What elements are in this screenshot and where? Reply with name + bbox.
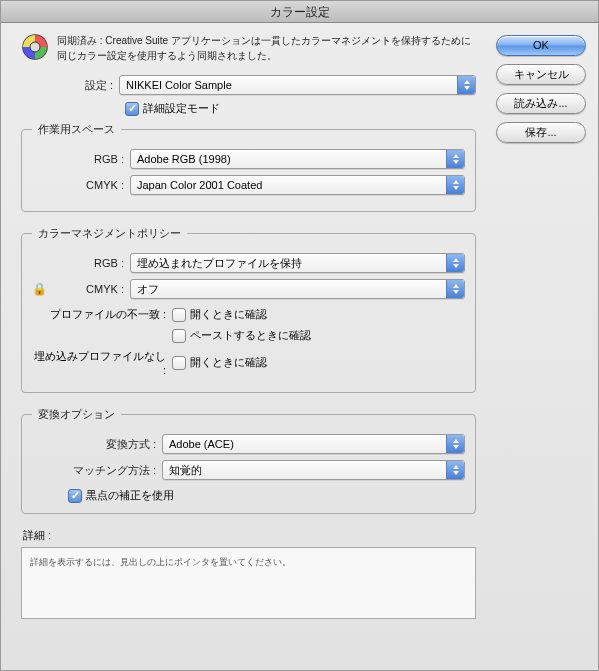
policy-cmyk-label: CMYK : <box>46 283 130 295</box>
policy-rgb-label: RGB : <box>32 257 130 269</box>
engine-select[interactable]: Adobe (ACE) <box>162 434 465 454</box>
workspace-rgb-select[interactable]: Adobe RGB (1998) <box>130 149 465 169</box>
details-hint: 詳細を表示するには、見出しの上にポインタを置いてください。 <box>30 557 291 567</box>
mismatch-paste-label: ペーストするときに確認 <box>190 328 311 343</box>
updown-arrow-icon <box>446 254 464 272</box>
workspace-cmyk-value: Japan Color 2001 Coated <box>137 179 262 191</box>
mismatch-open-checkbox[interactable] <box>172 308 186 322</box>
sync-status-icon <box>21 33 49 63</box>
sync-status-text: 同期済み : Creative Suite アプリケーションは一貫したカラーマネ… <box>57 33 476 63</box>
settings-select[interactable]: NIKKEI Color Sample <box>119 75 476 95</box>
intent-select[interactable]: 知覚的 <box>162 460 465 480</box>
details-label: 詳細 : <box>23 528 484 543</box>
advanced-mode-label: 詳細設定モード <box>143 101 220 116</box>
engine-label: 変換方式 : <box>32 437 162 452</box>
save-button[interactable]: 保存... <box>496 122 586 143</box>
conversion-group: 変換オプション 変換方式 : Adobe (ACE) マッチング方法 : 知覚的 <box>21 407 476 514</box>
blackpoint-checkbox[interactable] <box>68 489 82 503</box>
updown-arrow-icon <box>446 176 464 194</box>
updown-arrow-icon <box>457 76 475 94</box>
color-settings-dialog: カラー設定 同期済み : Creative Suite アプリケーションは一貫し… <box>0 0 599 671</box>
settings-select-value: NIKKEI Color Sample <box>126 79 232 91</box>
titlebar: カラー設定 <box>1 1 598 23</box>
conversion-legend: 変換オプション <box>32 407 121 422</box>
advanced-mode-checkbox[interactable] <box>125 102 139 116</box>
policy-rgb-select[interactable]: 埋め込まれたプロファイルを保持 <box>130 253 465 273</box>
workspace-cmyk-label: CMYK : <box>32 179 130 191</box>
load-button[interactable]: 読み込み... <box>496 93 586 114</box>
lock-icon: 🔒 <box>32 282 46 296</box>
engine-value: Adobe (ACE) <box>169 438 234 450</box>
missing-profile-label: 埋め込みプロファイルなし : <box>32 349 172 376</box>
workspace-legend: 作業用スペース <box>32 122 121 137</box>
blackpoint-label: 黒点の補正を使用 <box>86 488 174 503</box>
missing-open-checkbox[interactable] <box>172 356 186 370</box>
updown-arrow-icon <box>446 150 464 168</box>
cancel-button[interactable]: キャンセル <box>496 64 586 85</box>
policy-rgb-value: 埋め込まれたプロファイルを保持 <box>137 256 302 271</box>
policy-cmyk-select[interactable]: オフ <box>130 279 465 299</box>
workspace-cmyk-select[interactable]: Japan Color 2001 Coated <box>130 175 465 195</box>
intent-value: 知覚的 <box>169 463 202 478</box>
policy-group: カラーマネジメントポリシー RGB : 埋め込まれたプロファイルを保持 🔒 CM… <box>21 226 476 393</box>
svg-point-1 <box>30 42 40 52</box>
policy-legend: カラーマネジメントポリシー <box>32 226 187 241</box>
updown-arrow-icon <box>446 280 464 298</box>
mismatch-paste-checkbox[interactable] <box>172 329 186 343</box>
mismatch-open-label: 開くときに確認 <box>190 307 267 322</box>
profile-mismatch-label: プロファイルの不一致 : <box>32 307 172 322</box>
missing-open-label: 開くときに確認 <box>190 355 267 370</box>
details-box: 詳細を表示するには、見出しの上にポインタを置いてください。 <box>21 547 476 619</box>
workspace-group: 作業用スペース RGB : Adobe RGB (1998) CMYK : Ja… <box>21 122 476 212</box>
intent-label: マッチング方法 : <box>32 463 162 478</box>
updown-arrow-icon <box>446 461 464 479</box>
settings-label: 設定 : <box>21 78 119 93</box>
workspace-rgb-value: Adobe RGB (1998) <box>137 153 231 165</box>
ok-button[interactable]: OK <box>496 35 586 56</box>
updown-arrow-icon <box>446 435 464 453</box>
window-title: カラー設定 <box>270 5 330 19</box>
workspace-rgb-label: RGB : <box>32 153 130 165</box>
policy-cmyk-value: オフ <box>137 282 159 297</box>
